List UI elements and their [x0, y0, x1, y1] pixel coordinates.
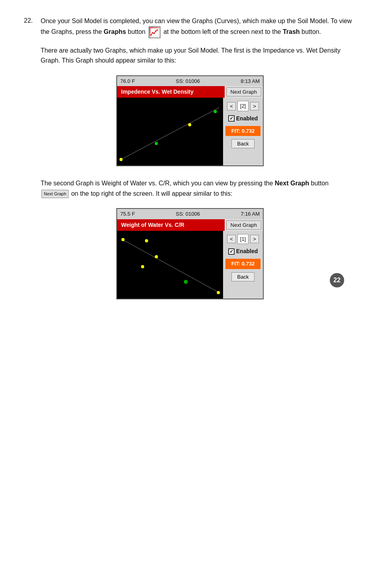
svg-point-9 [155, 142, 158, 145]
svg-point-5 [157, 29, 158, 30]
step-text-part2: button [126, 28, 147, 35]
graph2-next-button[interactable]: > [250, 235, 259, 243]
graph2-body: < [1] > ✓ Enabled FIT: 0.732 Back [117, 231, 263, 299]
graph2-next-graph-button[interactable]: Next Graph [226, 220, 261, 230]
graph2-header-right: 7:16 AM [241, 210, 260, 218]
graph2-title-bar: Weight of Water Vs. C/R Next Graph [117, 219, 263, 231]
step-number: 22. [24, 16, 36, 38]
graph2-header-center: SS: 01006 [176, 210, 200, 218]
para1: There are actually two Graphs, which mak… [41, 45, 356, 66]
svg-point-1 [150, 34, 151, 35]
para2: The second Graph is Weight of Water vs. … [41, 178, 356, 199]
main-content: 22. Once your Soil Model is completed, y… [24, 16, 356, 299]
para2-text-part3: on the top right of the screen. It will … [71, 190, 233, 197]
svg-point-2 [152, 32, 153, 33]
graph1-next-button[interactable]: > [250, 102, 259, 110]
graph1-nav-row: < [2] > [227, 101, 259, 111]
graph1-enabled-row: ✓ Enabled [228, 114, 258, 123]
svg-point-16 [155, 255, 158, 258]
svg-rect-6 [117, 98, 223, 165]
graph2-checkbox[interactable]: ✓ [228, 248, 235, 255]
svg-point-11 [214, 110, 217, 113]
graph2-svg [117, 231, 223, 299]
graphs-icon-svg [150, 28, 159, 37]
graph2-controls: < [1] > ✓ Enabled FIT: 0.732 Back [223, 231, 263, 299]
graph1-title: Impedence Vs. Wet Density [117, 86, 225, 98]
graph1-checkbox[interactable]: ✓ [228, 115, 235, 122]
svg-point-14 [121, 238, 125, 241]
para2-text-part2: button [309, 180, 329, 187]
next-graph-inline-button: Next Graph [41, 190, 69, 199]
graph2-nav-value: [1] [237, 234, 249, 244]
graph1-area [117, 98, 223, 165]
next-graph-bold: Next Graph [275, 180, 309, 187]
graph1-svg [117, 98, 223, 165]
step-text: Once your Soil Model is completed, you c… [41, 16, 356, 38]
para2-text-part1: The second Graph is Weight of Water vs. … [41, 180, 275, 187]
graph2-title: Weight of Water Vs. C/R [117, 219, 225, 231]
svg-point-8 [119, 158, 123, 161]
step-block: 22. Once your Soil Model is completed, y… [24, 16, 356, 38]
graph1-header-right: 8:13 AM [241, 77, 260, 85]
graph1-header: 76.0 F SS: 01006 8:13 AM [117, 76, 263, 87]
svg-point-19 [217, 291, 220, 294]
graph2-header-left: 75.5 F [120, 210, 135, 218]
page-number: 22 [330, 273, 344, 287]
graph1-controls: < [2] > ✓ Enabled FIT: 0.732 Back [223, 98, 263, 165]
graph1-body: < [2] > ✓ Enabled FIT: 0.732 Back [117, 98, 263, 165]
svg-point-10 [188, 123, 191, 126]
graph2-enabled-row: ✓ Enabled [228, 247, 258, 256]
svg-point-15 [145, 239, 148, 242]
graph2-nav-row: < [1] > [227, 234, 259, 244]
svg-point-18 [184, 280, 188, 284]
graph1-enabled-label: Enabled [236, 114, 258, 123]
graph1-prev-button[interactable]: < [227, 102, 236, 110]
graphs-bold: Graphs [104, 28, 126, 35]
para1-text: There are actually two Graphs, which mak… [41, 47, 341, 64]
graph2-area [117, 231, 223, 299]
step-text-part4: button. [300, 28, 321, 35]
trash-bold: Trash [283, 28, 300, 35]
graph1-header-center: SS: 01006 [176, 77, 200, 85]
svg-point-17 [141, 265, 144, 268]
graph2-screenshot: 75.5 F SS: 01006 7:16 AM Weight of Water… [116, 208, 264, 299]
graph2-header: 75.5 F SS: 01006 7:16 AM [117, 209, 263, 219]
graph1-back-button[interactable]: Back [231, 139, 255, 148]
svg-point-3 [153, 33, 155, 34]
graph1-fit-display: FIT: 0.732 [225, 126, 261, 136]
graph1-next-graph-button[interactable]: Next Graph [226, 87, 261, 96]
graph2-fit-display: FIT: 0.732 [225, 259, 261, 269]
graph2-back-button[interactable]: Back [231, 272, 255, 281]
svg-point-4 [155, 30, 156, 31]
graph1-screenshot: 76.0 F SS: 01006 8:13 AM Impedence Vs. W… [116, 75, 264, 167]
graphs-icon [149, 26, 161, 38]
graph2-prev-button[interactable]: < [227, 235, 236, 243]
graph2-enabled-label: Enabled [236, 247, 258, 256]
graph1-title-bar: Impedence Vs. Wet Density Next Graph [117, 86, 263, 98]
step-text-part3: at the bottom left of the screen next to… [163, 28, 283, 35]
graph1-nav-value: [2] [237, 101, 249, 111]
graph1-header-left: 76.0 F [120, 77, 135, 85]
svg-rect-12 [117, 231, 223, 299]
